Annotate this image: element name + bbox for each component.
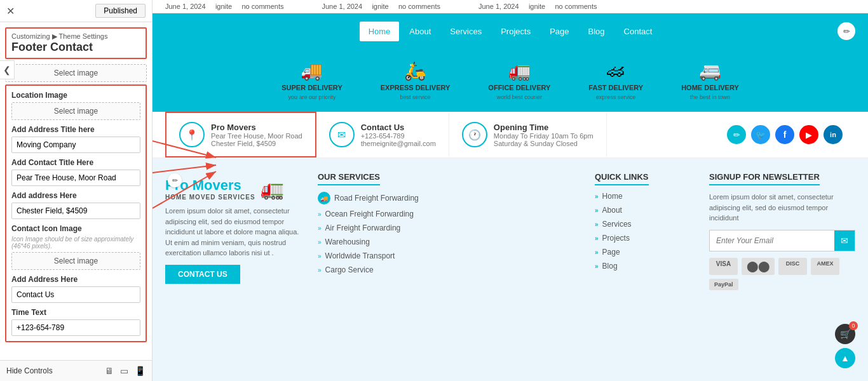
service-item-air[interactable]: » Air Freight Forwarding	[318, 224, 582, 232]
close-button[interactable]: ✕	[6, 5, 15, 17]
office-delivery-name: OFFICE DELIVERY	[488, 84, 550, 91]
quick-link-home[interactable]: » Home	[595, 192, 709, 201]
location-select-image-button[interactable]: Select image	[11, 102, 140, 120]
back-arrow-button[interactable]: ❮	[0, 60, 15, 79]
delivery-item-home: 🚐 HOME DELIVERY the best in town	[681, 60, 739, 100]
time-text-input[interactable]	[11, 319, 140, 336]
tablet-icon[interactable]: ▭	[120, 366, 128, 376]
nav-item-projects[interactable]: Projects	[492, 22, 539, 41]
super-delivery-name: SUPER DELIVERY	[281, 84, 342, 91]
contact-icon-select-image-button[interactable]: Select image	[11, 252, 140, 270]
location-line2: Chester Field, $4509	[211, 140, 302, 147]
contact-info-bar: 📍 Pro Movers Pear Tree House, Moor Road …	[153, 112, 868, 158]
fast-delivery-icon: 🏎	[607, 60, 625, 81]
desktop-icon[interactable]: 🖥	[105, 366, 114, 376]
express-delivery-name: EXPRESS DELIVERY	[381, 84, 451, 91]
opening-time-box: 🕐 Opening Time Monday To Friday 10am To …	[449, 113, 607, 156]
quick-links-title: QUICK LINKS	[595, 172, 649, 185]
service-item-warehouse[interactable]: » Warehousing	[318, 237, 582, 246]
discover-card: DISC	[778, 258, 807, 275]
mastercard-card: ⬤⬤	[742, 258, 775, 275]
delivery-banner: 🚚 SUPER DELIVERY you are our priority 🛵 …	[153, 49, 868, 112]
opening-time-icon: 🕐	[462, 122, 487, 147]
paypal-card: PayPal	[709, 279, 738, 290]
nav-items: Home About Services Projects Page Blog C…	[360, 22, 661, 41]
nav-item-home[interactable]: Home	[360, 22, 400, 41]
device-icons: 🖥 ▭ 📱	[105, 366, 146, 376]
super-delivery-sub: you are our priority	[288, 94, 336, 100]
quick-projects-arrow: »	[595, 235, 599, 242]
office-delivery-sub: world best courier	[497, 94, 542, 100]
mobile-icon[interactable]: 📱	[135, 366, 146, 376]
home-delivery-name: HOME DELIVERY	[681, 84, 739, 91]
service-item-worldwide[interactable]: » Worldwide Transport	[318, 251, 582, 260]
youtube-icon[interactable]: ▶	[799, 125, 818, 144]
service-warehouse-label: Warehousing	[325, 237, 370, 246]
service-item-ocean[interactable]: » Ocean Freight Forwarding	[318, 210, 582, 218]
email-input[interactable]	[710, 231, 834, 251]
service-road-label: Road Freight Forwarding	[334, 194, 419, 203]
contact-us-email: themeignite@gmail.com	[361, 140, 436, 147]
fast-delivery-sub: express service	[596, 94, 636, 100]
nav-item-services[interactable]: Services	[441, 22, 491, 41]
contact-us-button[interactable]: CONTACT US	[165, 265, 240, 284]
footer-tagline: HOME MOVED SERVICES	[165, 194, 255, 201]
service-warehouse-arrow: »	[318, 239, 322, 246]
ticker-item-2: June 1, 2024 ignite no comments	[322, 3, 441, 10]
hide-controls-button[interactable]: Hide Controls	[6, 366, 53, 375]
footer-col-newsletter: SIGNUP FOR NEWSLETTER Lorem ipsum dolor …	[709, 171, 855, 381]
edit-social-icon[interactable]: ✏	[727, 125, 746, 144]
contact-us-icon: ✉	[329, 122, 355, 147]
service-item-cargo[interactable]: » Cargo Service	[318, 265, 582, 274]
nav-edit-icon[interactable]: ✏	[837, 22, 855, 40]
visa-card: VISA	[709, 258, 738, 275]
linkedin-icon[interactable]: in	[824, 125, 843, 144]
quick-link-blog[interactable]: » Blog	[595, 262, 709, 271]
nav-item-page[interactable]: Page	[541, 22, 578, 41]
contact-title-input[interactable]	[11, 170, 140, 186]
quick-services-label: Services	[602, 220, 632, 229]
our-services-title: OUR SERVICES	[318, 172, 380, 185]
quick-link-page[interactable]: » Page	[595, 248, 709, 257]
add-address-here-input[interactable]	[11, 286, 140, 303]
address-here-input[interactable]	[11, 203, 140, 219]
amex-card: AMEX	[811, 258, 839, 275]
location-image-label: Location Image	[11, 91, 140, 100]
add-address-here-label: Add Address Here	[11, 275, 140, 284]
footer-truck-icon: 🚛	[261, 178, 284, 200]
panel-content: Select image Location Image Select image…	[0, 64, 152, 360]
footer-col-services: OUR SERVICES 🚚 Road Freight Forwarding »…	[305, 171, 595, 381]
quick-home-arrow: »	[595, 193, 599, 200]
contact-title-label: Add Contact Title Here	[11, 158, 140, 167]
delivery-item-fast: 🏎 FAST DELIVERY express service	[588, 60, 643, 100]
newsletter-title: SIGNUP FOR NEWSLETTER	[709, 172, 820, 185]
quick-link-projects[interactable]: » Projects	[595, 234, 709, 243]
contact-us-phone: +123-654-789	[361, 132, 436, 140]
quick-home-label: Home	[602, 192, 623, 201]
twitter-icon[interactable]: 🐦	[751, 125, 770, 144]
nav-item-about[interactable]: About	[400, 22, 440, 41]
left-panel: ✕ Published Customizing ▶ Theme Settings…	[0, 0, 153, 381]
fast-delivery-name: FAST DELIVERY	[588, 84, 643, 91]
facebook-icon[interactable]: f	[775, 125, 794, 144]
service-cargo-arrow: »	[318, 267, 322, 274]
select-image-top-button[interactable]: Select image	[5, 64, 147, 82]
quick-about-label: About	[602, 206, 622, 215]
scroll-top-button[interactable]: ▲	[835, 348, 855, 368]
published-button[interactable]: Published	[95, 4, 146, 18]
payment-icons: VISA ⬤⬤ DISC AMEX PayPal	[709, 258, 855, 290]
contact-icon-hint: Icon Image should be of size approximate…	[11, 236, 140, 250]
nav-item-blog[interactable]: Blog	[580, 22, 614, 41]
quick-link-services[interactable]: » Services	[595, 220, 709, 229]
location-contact-box: 📍 Pro Movers Pear Tree House, Moor Road …	[165, 112, 316, 157]
breadcrumb-area: Customizing ▶ Theme Settings Footer Cont…	[5, 27, 147, 59]
footer-logo-edit-icon[interactable]: ✏	[168, 173, 182, 187]
service-item-road[interactable]: 🚚 Road Freight Forwarding	[318, 192, 582, 204]
email-send-button[interactable]: ✉	[834, 231, 855, 251]
contact-icon-image-label: Contact Icon Image	[11, 224, 140, 233]
address-title-input[interactable]	[11, 137, 140, 153]
quick-link-about[interactable]: » About	[595, 206, 709, 215]
newsletter-description: Lorem ipsum dolor sit amet, consectetur …	[709, 192, 855, 224]
nav-item-contact[interactable]: Contact	[615, 22, 661, 41]
quick-blog-arrow: »	[595, 263, 599, 270]
